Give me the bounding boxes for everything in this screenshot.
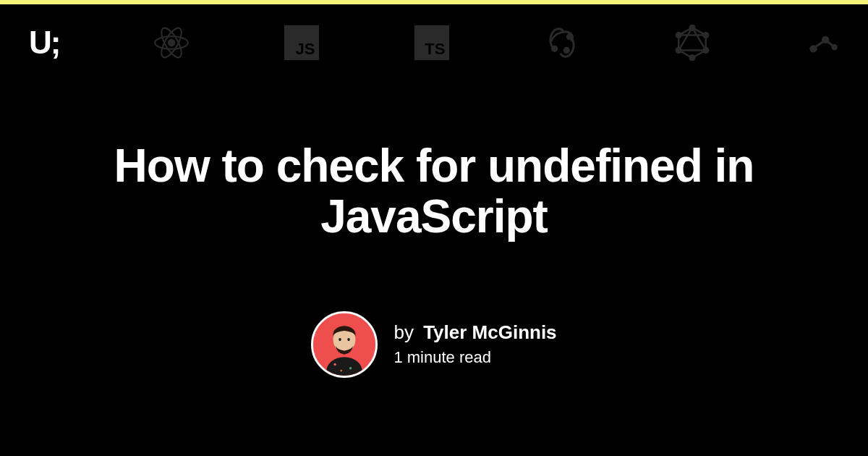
typescript-icon[interactable]: TS [414,25,450,61]
svg-point-8 [704,33,709,38]
svg-point-4 [553,46,557,51]
svg-point-9 [704,48,709,53]
top-nav: U; JS TS [0,4,868,61]
site-logo[interactable]: U; [29,27,59,59]
author-avatar [311,311,378,378]
byline-prefix: by [393,321,413,343]
svg-point-20 [334,363,336,366]
svg-point-0 [169,40,174,46]
graphql-icon[interactable] [674,25,710,61]
svg-point-11 [676,48,681,53]
read-time: 1 minute read [393,348,556,367]
svg-point-19 [348,338,350,341]
byline-author-line: by Tyler McGinnis [393,321,556,344]
svg-point-7 [690,25,695,30]
author-name: Tyler McGinnis [423,321,556,343]
redux-icon[interactable] [544,25,580,61]
javascript-icon[interactable]: JS [284,25,320,61]
svg-point-6 [565,48,569,52]
svg-point-10 [690,56,695,61]
svg-point-12 [676,33,681,38]
react-query-icon[interactable] [804,25,841,61]
byline-text: by Tyler McGinnis 1 minute read [393,321,556,367]
react-icon[interactable] [153,25,190,61]
svg-point-18 [339,338,341,341]
svg-point-5 [568,35,572,39]
article-title: How to check for undefined in JavaScript [0,140,868,242]
svg-point-22 [341,370,343,372]
nav-icon-row: JS TS [153,25,841,61]
svg-point-21 [349,367,352,369]
byline: by Tyler McGinnis 1 minute read [0,311,868,378]
